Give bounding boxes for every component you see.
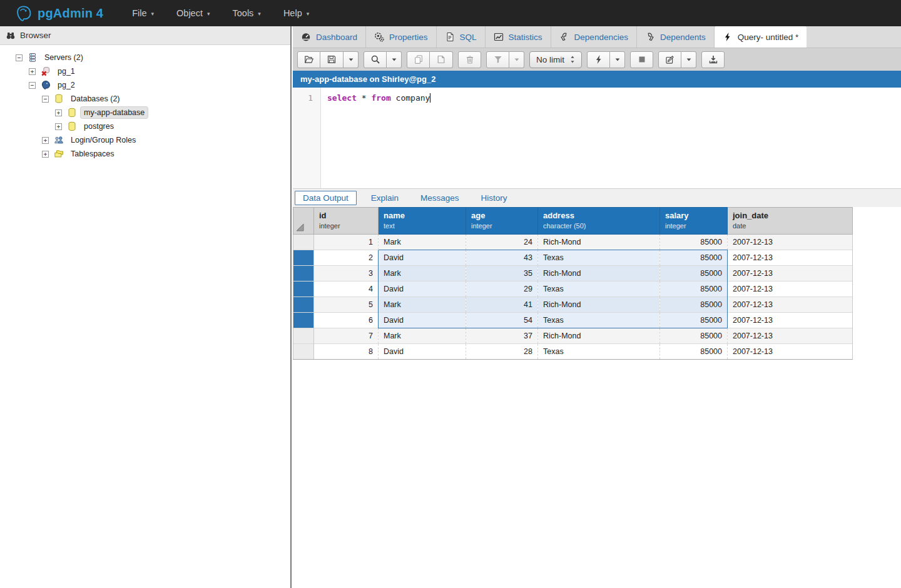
- cell-id[interactable]: 2: [314, 250, 379, 266]
- cell-join_date[interactable]: 2007-12-13: [728, 313, 853, 328]
- cell-name[interactable]: Mark: [379, 235, 466, 250]
- cell-address[interactable]: Texas: [538, 344, 660, 360]
- tree-item-login-group-roles[interactable]: +Login/Group Roles: [3, 133, 290, 147]
- menu-help[interactable]: Help▾: [272, 0, 320, 26]
- column-header-address[interactable]: addresscharacter (50): [538, 208, 660, 235]
- collapse-icon[interactable]: −: [16, 54, 23, 61]
- cell-age[interactable]: 35: [466, 266, 538, 281]
- cell-address[interactable]: Rich-Mond: [538, 266, 660, 281]
- menu-object[interactable]: Object▾: [165, 0, 221, 26]
- menu-tools[interactable]: Tools▾: [221, 0, 272, 26]
- tree-item-pg-1[interactable]: +pg_1: [3, 64, 290, 78]
- cell-address[interactable]: Rich-Mond: [538, 328, 660, 344]
- row-selector[interactable]: [293, 297, 314, 313]
- cell-join_date[interactable]: 2007-12-13: [728, 250, 853, 266]
- cell-age[interactable]: 43: [466, 250, 538, 266]
- output-tab-data-output[interactable]: Data Output: [295, 191, 357, 205]
- edit-button[interactable]: [658, 51, 681, 68]
- column-header-join_date[interactable]: join_datedate: [728, 208, 853, 235]
- cell-address[interactable]: Texas: [538, 250, 660, 266]
- save-button[interactable]: [320, 51, 344, 68]
- cell-join_date[interactable]: 2007-12-13: [728, 297, 853, 313]
- tab-dependents[interactable]: Dependents: [637, 26, 715, 48]
- cell-name[interactable]: Mark: [379, 297, 466, 313]
- cell-salary[interactable]: 85000: [660, 266, 728, 281]
- cell-salary[interactable]: 85000: [660, 344, 728, 360]
- stop-button[interactable]: [630, 51, 653, 68]
- tab-dependencies[interactable]: Dependencies: [551, 26, 637, 48]
- row-selector[interactable]: [293, 266, 314, 281]
- select-all-corner[interactable]: [293, 208, 314, 235]
- download-button[interactable]: [701, 51, 725, 68]
- find-button[interactable]: [364, 51, 387, 68]
- cell-id[interactable]: 6: [314, 313, 379, 328]
- tab-query-untitled[interactable]: Query- untitled *: [715, 26, 807, 48]
- row-selector[interactable]: [293, 235, 314, 250]
- tree-item-pg-2[interactable]: −pg_2: [3, 78, 290, 92]
- cell-name[interactable]: David: [379, 250, 466, 266]
- cell-address[interactable]: Texas: [538, 281, 660, 297]
- cell-age[interactable]: 29: [466, 281, 538, 297]
- cell-name[interactable]: Mark: [379, 266, 466, 281]
- cell-address[interactable]: Rich-Mond: [538, 235, 660, 250]
- cell-name[interactable]: David: [379, 313, 466, 328]
- copy-button[interactable]: [407, 51, 430, 68]
- pgadmin-logo[interactable]: pgAdmin 4: [0, 5, 112, 22]
- cell-id[interactable]: 7: [314, 328, 379, 344]
- cell-join_date[interactable]: 2007-12-13: [728, 344, 853, 360]
- cell-salary[interactable]: 85000: [660, 281, 728, 297]
- filter-button[interactable]: [486, 51, 509, 68]
- cell-salary[interactable]: 85000: [660, 313, 728, 328]
- filter-options-caret[interactable]: [509, 51, 524, 68]
- cell-id[interactable]: 1: [314, 235, 379, 250]
- cell-age[interactable]: 41: [466, 297, 538, 313]
- cell-salary[interactable]: 85000: [660, 250, 728, 266]
- cell-age[interactable]: 37: [466, 328, 538, 344]
- cell-join_date[interactable]: 2007-12-13: [728, 281, 853, 297]
- tree-item-my-app-database[interactable]: +my-app-database: [3, 106, 290, 119]
- row-selector[interactable]: [293, 313, 314, 328]
- cell-name[interactable]: Mark: [379, 328, 466, 344]
- execute-options-caret[interactable]: [610, 51, 625, 68]
- cell-salary[interactable]: 85000: [660, 328, 728, 344]
- cell-id[interactable]: 8: [314, 344, 379, 360]
- tab-sql[interactable]: SQL: [437, 26, 486, 48]
- output-tab-history[interactable]: History: [474, 191, 515, 205]
- row-limit-select[interactable]: No limit: [529, 51, 582, 68]
- cell-age[interactable]: 24: [466, 235, 538, 250]
- column-header-name[interactable]: nametext: [379, 208, 466, 235]
- tree-item-postgres[interactable]: +postgres: [3, 119, 290, 133]
- column-header-salary[interactable]: salaryinteger: [660, 208, 728, 235]
- cell-join_date[interactable]: 2007-12-13: [728, 235, 853, 250]
- cell-id[interactable]: 3: [314, 266, 379, 281]
- tab-dashboard[interactable]: Dashboard: [293, 26, 366, 48]
- delete-button[interactable]: [458, 51, 481, 68]
- expand-icon[interactable]: +: [42, 151, 49, 158]
- tree-item-tablespaces[interactable]: +Tablespaces: [3, 147, 290, 161]
- cell-id[interactable]: 5: [314, 297, 379, 313]
- sql-editor-input[interactable]: select * from company: [321, 88, 430, 188]
- output-tab-messages[interactable]: Messages: [413, 191, 467, 205]
- tab-statistics[interactable]: Statistics: [486, 26, 551, 48]
- open-file-button[interactable]: [297, 51, 320, 68]
- execute-button[interactable]: [587, 51, 610, 68]
- cell-join_date[interactable]: 2007-12-13: [728, 266, 853, 281]
- cell-age[interactable]: 28: [466, 344, 538, 360]
- cell-salary[interactable]: 85000: [660, 235, 728, 250]
- column-header-age[interactable]: ageinteger: [466, 208, 538, 235]
- cell-address[interactable]: Texas: [538, 313, 660, 328]
- expand-icon[interactable]: +: [55, 123, 62, 130]
- find-options-caret[interactable]: [387, 51, 402, 68]
- tree-item-databases-2[interactable]: −Databases (2): [3, 92, 290, 106]
- cell-salary[interactable]: 85000: [660, 297, 728, 313]
- expand-icon[interactable]: +: [29, 68, 36, 75]
- row-selector[interactable]: [293, 250, 314, 266]
- collapse-icon[interactable]: −: [29, 82, 36, 89]
- cell-name[interactable]: David: [379, 344, 466, 360]
- expand-icon[interactable]: +: [42, 137, 49, 144]
- cell-address[interactable]: Rich-Mond: [538, 297, 660, 313]
- row-selector[interactable]: [293, 344, 314, 360]
- collapse-icon[interactable]: −: [42, 96, 49, 103]
- column-header-id[interactable]: idinteger: [314, 208, 379, 235]
- edit-options-caret[interactable]: [681, 51, 696, 68]
